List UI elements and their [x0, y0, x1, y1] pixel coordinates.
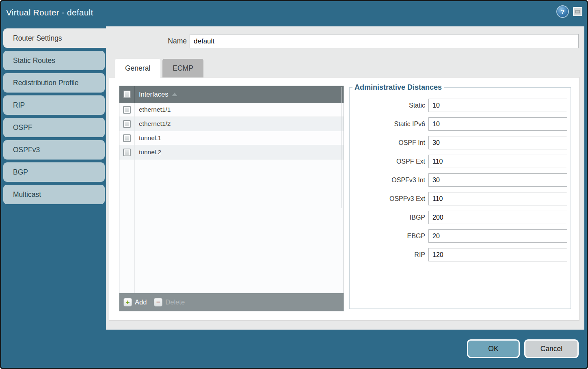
interfaces-table-body: ethernet1/1 ethernet1/2 tunnel.1 [119, 103, 344, 293]
interface-name: tunnel.2 [139, 149, 161, 156]
distance-field-label: Static IPv6 [351, 121, 425, 128]
help-icon[interactable]: ? [557, 6, 568, 17]
row-checkbox[interactable] [123, 134, 131, 142]
interfaces-column-header[interactable]: Interfaces [139, 91, 168, 98]
distance-field-label: OSPFv3 Int [351, 177, 425, 184]
sort-ascending-icon [172, 93, 177, 96]
interface-row-tunnel-1[interactable]: tunnel.1 [119, 131, 344, 145]
add-button[interactable]: + Add [123, 298, 147, 306]
interface-name: ethernet1/2 [139, 120, 171, 127]
interface-name: tunnel.1 [139, 134, 161, 142]
sidebar-item-label: Router Settings [13, 34, 62, 43]
tab-label: General [125, 64, 150, 73]
interface-row-ethernet1-2[interactable]: ethernet1/2 [119, 117, 344, 131]
distance-field-label: OSPF Int [351, 139, 425, 147]
virtual-router-dialog: Virtual Router - default ? Router Settin… [0, 0, 588, 369]
delete-button-disabled[interactable]: − Delete [154, 298, 185, 306]
distance-field-row: OSPF Int [351, 136, 571, 149]
sidebar-item-label: RIP [13, 101, 25, 110]
distance-field-row: Static IPv6 [351, 117, 571, 131]
sidebar-item-label: Multicast [13, 190, 41, 199]
distance-field-row: OSPF Ext [351, 155, 571, 168]
sidebar-nav: Router Settings Static Routes Redistribu… [3, 28, 108, 204]
dialog-title: Virtual Router - default [6, 8, 93, 17]
checkbox-face [125, 122, 129, 126]
interface-name: ethernet1/1 [139, 106, 171, 113]
interfaces-table: Interfaces ethernet1/1 ethernet1/2 [119, 86, 344, 311]
sidebar-item-router-settings[interactable]: Router Settings [3, 28, 108, 48]
table-scrollbar[interactable] [342, 87, 342, 208]
sidebar-item-label: OSPF [13, 123, 32, 132]
name-field-label: Name [130, 37, 187, 45]
interfaces-table-header: Interfaces [119, 86, 344, 103]
sidebar-item-label: Redistribution Profile [13, 79, 78, 87]
sidebar-item-label: OSPFv3 [13, 146, 40, 154]
administrative-distances-legend: Administrative Distances [352, 83, 444, 92]
checkbox-face [125, 150, 129, 155]
sidebar-item-static-routes[interactable]: Static Routes [3, 51, 105, 70]
interface-row-ethernet1-1[interactable]: ethernet1/1 [119, 103, 344, 117]
title-bar-icons: ? [557, 6, 582, 17]
maximize-icon-glyph [575, 10, 580, 13]
distance-input-ospf-int[interactable] [428, 136, 567, 149]
tab-general[interactable]: General [115, 59, 160, 78]
administrative-distances-group: Administrative Distances Static Static I… [349, 83, 571, 309]
distance-input-ospfv3-ext[interactable] [428, 192, 567, 205]
checkbox-face [125, 108, 129, 112]
distance-input-ebgp[interactable] [428, 229, 567, 243]
title-bar: Virtual Router - default ? [0, 0, 588, 26]
minus-icon: − [154, 298, 162, 306]
sidebar-item-ospf[interactable]: OSPF [3, 118, 105, 137]
add-button-label: Add [135, 298, 147, 306]
sidebar-item-bgp[interactable]: BGP [3, 162, 105, 182]
distance-field-label: IBGP [351, 214, 425, 221]
row-checkbox[interactable] [123, 106, 131, 114]
distance-input-static[interactable] [428, 99, 567, 112]
row-checkbox[interactable] [123, 149, 131, 156]
sidebar-item-ospfv3[interactable]: OSPFv3 [3, 140, 105, 160]
row-checkbox[interactable] [123, 120, 131, 128]
tab-label: ECMP [173, 64, 193, 73]
cancel-button[interactable]: Cancel [524, 339, 579, 358]
distance-input-ospf-ext[interactable] [428, 155, 567, 168]
select-all-checkbox[interactable] [123, 91, 131, 98]
distance-field-label: OSPFv3 Ext [351, 195, 425, 203]
distance-field-row: EBGP [351, 229, 571, 243]
sidebar-item-rip[interactable]: RIP [3, 95, 105, 115]
ok-button[interactable]: OK [467, 339, 520, 358]
sidebar-item-label: Static Routes [13, 56, 55, 65]
tab-bar: General ECMP [115, 59, 203, 78]
sidebar-item-redistribution-profile[interactable]: Redistribution Profile [3, 73, 105, 93]
distance-input-ibgp[interactable] [428, 211, 567, 224]
sidebar-item-multicast[interactable]: Multicast [3, 185, 105, 204]
distance-field-label: RIP [351, 251, 425, 259]
interfaces-table-footer: + Add − Delete [119, 293, 344, 311]
administrative-distances-fields: Static Static IPv6 OSPF Int OSPF Ext [351, 99, 571, 261]
checkbox-face [125, 136, 129, 140]
distance-field-row: OSPFv3 Int [351, 173, 571, 187]
distance-input-static-ipv6[interactable] [428, 117, 567, 131]
distance-field-row: Static [351, 99, 571, 112]
distance-field-label: Static [351, 102, 425, 109]
delete-button-label: Delete [165, 298, 185, 306]
distance-field-label: OSPF Ext [351, 158, 425, 165]
maximize-icon[interactable] [573, 7, 582, 16]
distance-field-row: IBGP [351, 211, 571, 224]
distance-input-rip[interactable] [428, 248, 567, 261]
distance-field-row: RIP [351, 248, 571, 261]
name-input[interactable] [190, 34, 579, 48]
checkbox-face [125, 92, 129, 97]
plus-icon: + [123, 298, 132, 306]
distance-field-label: EBGP [351, 233, 425, 240]
sidebar-item-label: BGP [13, 168, 28, 177]
distance-input-ospfv3-int[interactable] [428, 173, 567, 187]
distance-field-row: OSPFv3 Ext [351, 192, 571, 205]
tab-ecmp[interactable]: ECMP [162, 59, 203, 78]
interface-row-tunnel-2[interactable]: tunnel.2 [119, 145, 344, 160]
